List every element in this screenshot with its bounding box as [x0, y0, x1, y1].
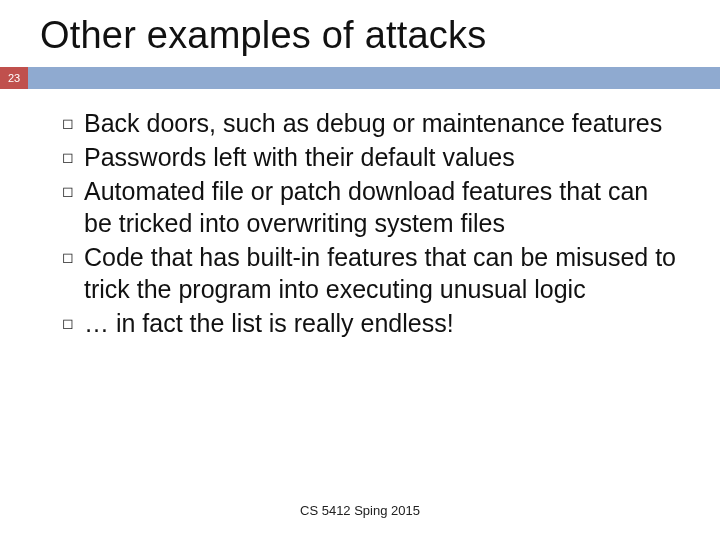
list-item-text: … in fact the list is really endless!: [84, 307, 454, 339]
bullet-list: ◻ Back doors, such as debug or maintenan…: [0, 89, 720, 339]
list-item: ◻ Automated file or patch download featu…: [62, 175, 680, 239]
list-item-text: Automated file or patch download feature…: [84, 175, 680, 239]
list-item: ◻ Passwords left with their default valu…: [62, 141, 680, 173]
bullet-icon: ◻: [62, 307, 84, 339]
bullet-icon: ◻: [62, 175, 84, 207]
slide-title: Other examples of attacks: [0, 0, 720, 67]
list-item: ◻ … in fact the list is really endless!: [62, 307, 680, 339]
list-item-text: Code that has built-in features that can…: [84, 241, 680, 305]
list-item: ◻ Back doors, such as debug or maintenan…: [62, 107, 680, 139]
list-item-text: Back doors, such as debug or maintenance…: [84, 107, 662, 139]
slide: Other examples of attacks 23 ◻ Back door…: [0, 0, 720, 540]
slide-footer: CS 5412 Sping 2015: [0, 503, 720, 518]
page-number-badge: 23: [0, 67, 28, 89]
bullet-icon: ◻: [62, 107, 84, 139]
list-item-text: Passwords left with their default values: [84, 141, 515, 173]
list-item: ◻ Code that has built-in features that c…: [62, 241, 680, 305]
accent-band: 23: [0, 67, 720, 89]
bullet-icon: ◻: [62, 141, 84, 173]
bullet-icon: ◻: [62, 241, 84, 273]
